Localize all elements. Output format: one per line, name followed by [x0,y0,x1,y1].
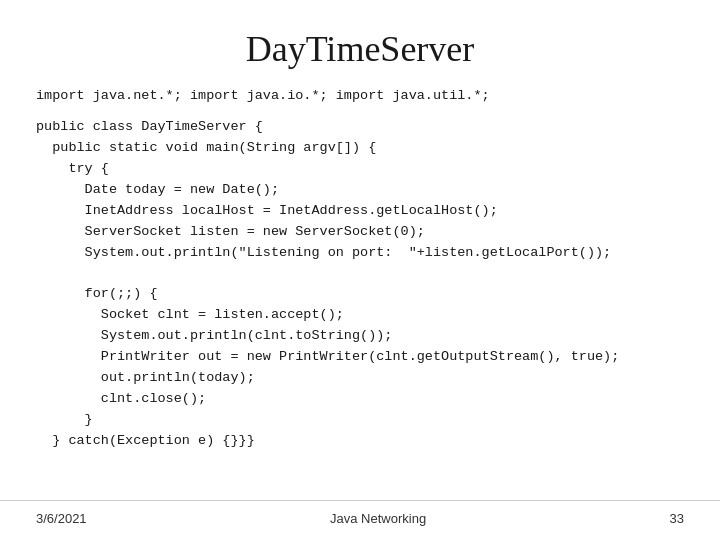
footer-title: Java Networking [330,511,426,526]
slide-content: import java.net.*; import java.io.*; imp… [0,88,720,500]
code-block: public class DayTimeServer { public stat… [36,117,684,452]
slide-title: DayTimeServer [0,0,720,88]
footer-date: 3/6/2021 [36,511,87,526]
footer-page: 33 [670,511,684,526]
slide-footer: 3/6/2021 Java Networking 33 [0,500,720,540]
import-line: import java.net.*; import java.io.*; imp… [36,88,684,103]
slide: DayTimeServer import java.net.*; import … [0,0,720,540]
